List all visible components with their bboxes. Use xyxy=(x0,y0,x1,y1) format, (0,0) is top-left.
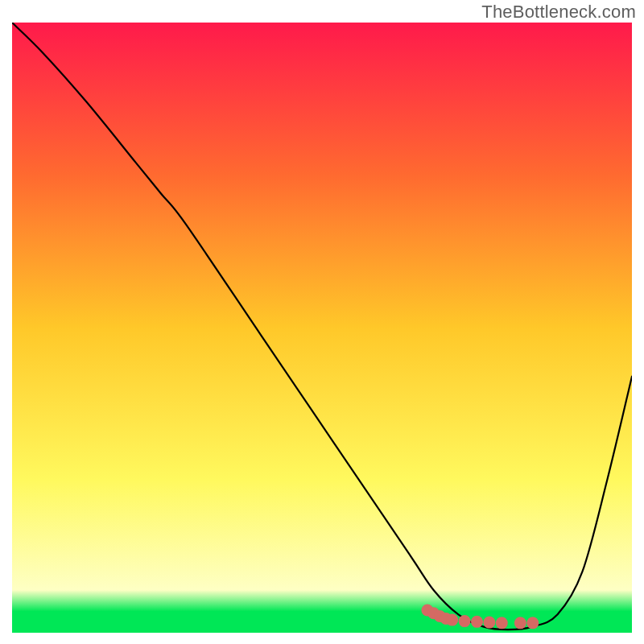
chart-canvas xyxy=(12,23,632,633)
highlight-dot xyxy=(514,617,526,629)
highlight-dot xyxy=(496,617,508,629)
highlight-dot xyxy=(459,615,471,627)
highlight-dot xyxy=(446,614,458,626)
chart-background xyxy=(12,23,632,633)
watermark-text: TheBottleneck.com xyxy=(481,2,636,23)
highlight-dot xyxy=(471,616,483,628)
highlight-dot xyxy=(526,617,539,629)
highlight-dot xyxy=(483,617,495,629)
